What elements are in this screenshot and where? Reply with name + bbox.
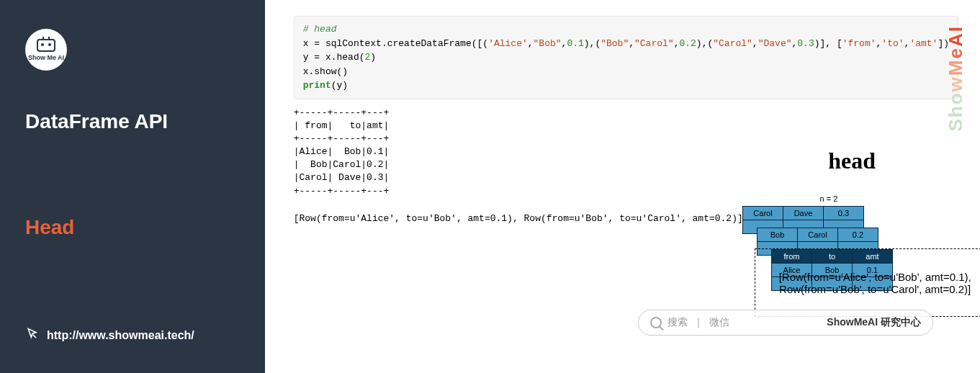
- result-box: [Row(from=u'Alice', to=u'Bob', amt=0.1),…: [755, 248, 980, 317]
- content-area: # head x = sqlContext.createDataFrame([(…: [265, 0, 980, 373]
- code-block: # head x = sqlContext.createDataFrame([(…: [294, 16, 958, 99]
- logo-text: Show Me AI: [28, 53, 64, 61]
- section-title: Head: [25, 216, 240, 239]
- head-label: head: [828, 148, 876, 174]
- footer-url: http://www.showmeai.tech/: [47, 329, 194, 342]
- sidebar: Show Me AI DataFrame API Head http://www…: [0, 0, 265, 373]
- page-title: DataFrame API: [25, 110, 240, 133]
- cursor-icon: [25, 327, 40, 344]
- footer-link[interactable]: http://www.showmeai.tech/: [25, 327, 240, 344]
- n-label: n = 2: [742, 194, 915, 203]
- logo: Show Me AI: [25, 29, 240, 71]
- watermark: ShowMeAI: [945, 25, 967, 132]
- search-icon: [650, 317, 662, 328]
- search-bar[interactable]: 搜索 ｜ 微信 ShowMeAI 研究中心: [638, 310, 933, 336]
